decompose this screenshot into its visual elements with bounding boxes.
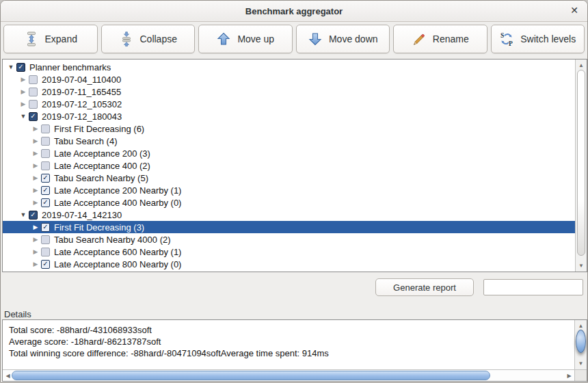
move-up-button-label: Move up <box>237 34 274 44</box>
tree-row-label: First Fit Decreasing (6) <box>54 124 144 134</box>
tree-row-label: Late Acceptance 200 Nearby (1) <box>54 185 181 196</box>
tree-checkbox[interactable] <box>29 75 38 84</box>
tree-row[interactable]: ▶Tabu Search Nearby 4000 (2) <box>3 233 575 246</box>
scroll-down-icon[interactable]: ▼ <box>576 261 587 270</box>
tree-checkbox[interactable]: ✓ <box>41 260 50 269</box>
tree-checkbox[interactable]: ✓ <box>16 63 25 72</box>
move-down-icon <box>308 31 323 47</box>
tree-checkbox[interactable] <box>41 161 50 170</box>
tree-row-label: 2019-07-12_180043 <box>42 111 122 122</box>
tree-row-label: Tabu Search (4) <box>54 136 118 146</box>
details-horizontal-scrollbar[interactable]: ◀ ▶ <box>3 369 574 381</box>
tree-checkbox[interactable] <box>29 88 38 96</box>
tree-row[interactable]: ▶✓Late Acceptance 800 Nearby (0) <box>3 258 575 270</box>
tree-row-label: Tabu Search Nearby (5) <box>54 173 148 183</box>
tree-row[interactable]: ▶2019-07-11_165455 <box>3 85 575 98</box>
benchmark-tree: ▼✓Planner benchmarks▶2019-07-04_110400▶2… <box>2 59 587 272</box>
expand-button-label: Expand <box>45 34 77 44</box>
tree-row[interactable]: ▼✓Planner benchmarks <box>3 61 575 73</box>
tree-row-label: Late Acceptance 400 Nearby (0) <box>54 198 181 208</box>
rename-button[interactable]: Rename <box>393 25 487 53</box>
tree-row-label: First Fit Decreasing (3) <box>54 222 144 233</box>
scroll-up-icon[interactable]: ▲ <box>576 60 587 70</box>
tree-row[interactable]: ▶✓First Fit Decreasing (3) <box>3 221 575 233</box>
tree-row[interactable]: ▶2019-07-04_110400 <box>3 73 575 85</box>
tree-checkbox[interactable]: ✓ <box>41 186 50 195</box>
expand-node-icon[interactable]: ▶ <box>30 135 41 147</box>
move-up-button[interactable]: Move up <box>198 25 293 53</box>
generate-report-button[interactable]: Generate report <box>375 278 474 296</box>
tree-row[interactable]: ▶2019-07-12_105302 <box>3 98 575 110</box>
tree-row[interactable]: ▶Tabu Search (4) <box>3 135 575 147</box>
tree-row[interactable]: ▶Late Acceptance 200 (3) <box>3 147 575 159</box>
tree-vertical-scrollbar[interactable]: ▲ ▼ <box>575 60 587 272</box>
details-vscrollbar-thumb[interactable] <box>576 330 586 353</box>
tree-row[interactable]: ▶✓Late Acceptance 200 Nearby (1) <box>3 184 575 196</box>
close-icon[interactable]: ✕ <box>570 5 578 16</box>
details-hscrollbar-thumb[interactable] <box>12 371 490 380</box>
expand-node-icon[interactable]: ▶ <box>30 196 41 209</box>
expand-node-icon[interactable]: ▶ <box>18 85 29 98</box>
tree-row[interactable]: ▼✓2019-07-14_142130 <box>3 209 575 221</box>
expand-node-icon[interactable]: ▶ <box>30 172 41 184</box>
expand-node-icon[interactable]: ▶ <box>30 258 41 270</box>
collapse-node-icon[interactable]: ▼ <box>18 110 29 122</box>
expand-node-icon[interactable]: ▶ <box>30 159 41 172</box>
move-down-button-label: Move down <box>329 34 378 44</box>
tree-row-label: 2019-07-04_110400 <box>42 75 121 85</box>
tree-row[interactable]: ▶✓Late Acceptance 400 Nearby (0) <box>3 196 575 209</box>
tree-row[interactable]: ▶First Fit Decreasing (6) <box>3 122 575 135</box>
scrollbar-corner <box>574 369 587 381</box>
expand-node-icon[interactable]: ▶ <box>30 246 41 258</box>
details-vertical-scrollbar[interactable]: ▲ ▼ <box>574 320 587 369</box>
tree-indent <box>3 92 18 92</box>
tree-checkbox[interactable]: ✓ <box>41 198 50 207</box>
expand-node-icon[interactable]: ▶ <box>30 221 41 233</box>
tree-row[interactable]: ▶Late Acceptance 400 (2) <box>3 159 575 172</box>
tree-row-label: 2019-07-14_142130 <box>42 210 122 220</box>
expand-node-icon[interactable]: ▶ <box>30 122 41 135</box>
tree-checkbox[interactable]: ✓ <box>41 223 50 232</box>
collapse-button[interactable]: Collapse <box>101 25 196 53</box>
expand-node-icon[interactable]: ▶ <box>30 184 41 196</box>
tree-checkbox[interactable]: ✓ <box>41 174 50 183</box>
tree-checkbox[interactable] <box>29 100 38 109</box>
tree-row[interactable]: ▼✓2019-07-12_180043 <box>3 110 575 122</box>
tree-checkbox[interactable]: ✓ <box>29 211 38 220</box>
scroll-down-icon[interactable]: ▼ <box>575 358 587 368</box>
tree-indent <box>3 141 30 142</box>
svg-text:S: S <box>500 32 504 39</box>
tree-checkbox[interactable] <box>41 248 50 256</box>
expand-node-icon[interactable]: ▶ <box>18 73 29 85</box>
tree-checkbox[interactable] <box>41 235 50 244</box>
titlebar[interactable]: Benchmark aggregator ✕ <box>1 1 587 22</box>
tree-scrollbar-thumb[interactable] <box>577 70 585 256</box>
details-line: Total winning score difference: -88hard/… <box>9 347 574 359</box>
move-down-button[interactable]: Move down <box>296 25 390 53</box>
tree-indent <box>3 215 18 215</box>
collapse-node-icon[interactable]: ▼ <box>5 61 16 73</box>
tree-checkbox[interactable] <box>41 149 50 158</box>
tree-row-label: Late Acceptance 400 (2) <box>54 161 150 171</box>
scroll-up-icon[interactable]: ▲ <box>575 321 587 330</box>
tree-checkbox[interactable] <box>41 137 50 146</box>
tree-indent <box>3 202 30 203</box>
expand-node-icon[interactable]: ▶ <box>18 98 29 110</box>
report-name-input[interactable] <box>483 279 583 295</box>
scroll-right-icon[interactable]: ▶ <box>565 370 574 381</box>
tree-row-label: Late Acceptance 800 Nearby (0) <box>54 259 181 269</box>
rename-pencil-icon <box>412 31 427 47</box>
tree-checkbox[interactable] <box>41 124 50 133</box>
tree-row[interactable]: ▶✓Tabu Search Nearby (5) <box>3 172 575 184</box>
switch-levels-button[interactable]: S P Switch levels <box>491 25 585 53</box>
expand-node-icon[interactable]: ▶ <box>30 147 41 159</box>
details-pane: Total score: -88hard/-431068933softAvera… <box>2 319 587 382</box>
tree-row[interactable]: ▶Late Acceptance 600 Nearby (1) <box>3 246 575 258</box>
collapse-node-icon[interactable]: ▼ <box>18 209 29 221</box>
details-line: Average score: -18hard/-86213787soft <box>9 336 574 347</box>
collapse-button-label: Collapse <box>140 34 177 44</box>
expand-node-icon[interactable]: ▶ <box>30 233 41 246</box>
tree-checkbox[interactable]: ✓ <box>29 112 38 121</box>
tree-row-label: Planner benchmarks <box>29 62 111 72</box>
expand-button[interactable]: Expand <box>3 25 98 53</box>
